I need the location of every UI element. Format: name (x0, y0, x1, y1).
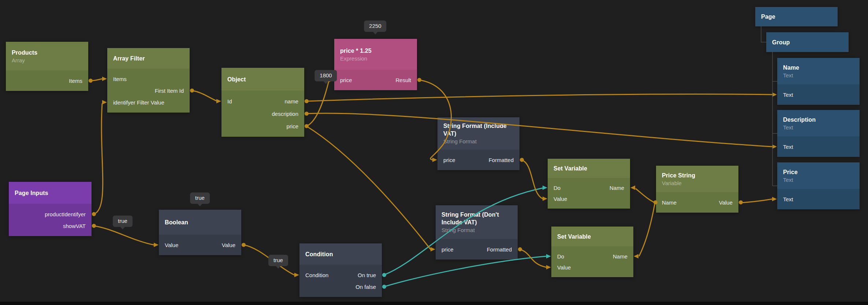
node-set-variable-2[interactable]: Set VariableDoNameValue (551, 227, 633, 277)
node-page-inputs[interactable]: Page InputsproductIdentifyershowVAT (9, 182, 92, 236)
port-input-identifyer-filter-value[interactable]: identifyer Filter Value (113, 99, 164, 106)
port-arrow-connector[interactable] (546, 265, 551, 269)
wire-string-format-include-formatted--set-variable-1-value[interactable] (522, 160, 543, 199)
port-arrow-connector[interactable] (154, 243, 159, 247)
port-arrow-connector[interactable] (431, 247, 435, 251)
port-dot-connector[interactable] (417, 78, 421, 82)
node-text-description[interactable]: DescriptionTextText (777, 110, 860, 157)
node-graph-canvas[interactable]: ProductsArrayItemsArray FilterItemsFirst… (0, 0, 868, 305)
port-output-name[interactable]: Name (613, 253, 627, 260)
port-input-text[interactable]: Text (783, 92, 793, 98)
wire-condition-on-false--set-variable-2-do[interactable] (384, 256, 546, 287)
port-input-text[interactable]: Text (783, 144, 793, 150)
port-arrow-connector[interactable] (294, 273, 299, 277)
port-arrow-connector[interactable] (543, 185, 547, 190)
port-input-do[interactable]: Do (557, 253, 564, 260)
port-arrow-connector[interactable] (772, 197, 777, 201)
port-input-value[interactable]: Value (165, 242, 178, 248)
port-input-price[interactable]: price (442, 246, 454, 253)
port-input-condition[interactable]: Condition (305, 272, 328, 278)
node-body: ConditionOn trueOn false (299, 265, 382, 297)
port-output-first-item-id[interactable]: First Item Id (155, 88, 184, 94)
port-output-on-true[interactable]: On true (358, 272, 376, 278)
port-dot-connector[interactable] (305, 124, 309, 128)
port-output-result[interactable]: Result (395, 77, 411, 83)
node-string-format-include-vat[interactable]: String Format (Include VAT)String Format… (437, 117, 519, 170)
port-input-name[interactable]: Name (662, 199, 677, 206)
port-row: On false (299, 281, 382, 293)
wire-page-inputs-productidentifyer--array-filter-filter-value[interactable] (94, 104, 103, 214)
port-input-price[interactable]: price (340, 77, 352, 83)
port-output-formatted[interactable]: Formatted (489, 157, 514, 163)
wire-object-description--text-description-text[interactable] (306, 113, 772, 147)
port-dot-connector[interactable] (305, 112, 309, 116)
port-arrow-connector[interactable] (102, 100, 107, 104)
port-dot-connector[interactable] (92, 224, 96, 228)
wire-price-string-name--set-variable-1-name[interactable] (636, 189, 655, 203)
port-arrow-connector[interactable] (543, 196, 547, 201)
node-boolean[interactable]: BooleanValueValue (159, 210, 241, 255)
port-arrow-connector[interactable] (634, 254, 638, 258)
port-output-value[interactable]: Value (222, 242, 235, 248)
node-products[interactable]: ProductsArrayItems (6, 42, 88, 91)
wire-price-string-name--set-variable-2-name[interactable] (639, 203, 655, 256)
port-input-value[interactable]: Value (557, 264, 571, 271)
port-input-id[interactable]: Id (227, 98, 232, 104)
port-input-text[interactable]: Text (783, 196, 793, 202)
node-set-variable-1[interactable]: Set VariableDoNameValue (548, 159, 630, 209)
port-dot-connector[interactable] (653, 201, 657, 205)
port-row: Text (777, 141, 860, 152)
node-price-string[interactable]: Price StringVariableNameValue (656, 166, 738, 213)
port-dot-connector[interactable] (92, 212, 96, 216)
node-text-name[interactable]: NameTextText (777, 58, 860, 105)
node-condition[interactable]: ConditionConditionOn trueOn false (299, 243, 382, 297)
port-output-items[interactable]: Items (69, 78, 82, 84)
port-arrow-connector[interactable] (772, 144, 777, 149)
node-array-filter[interactable]: Array FilterItemsFirst Item Ididentifyer… (107, 48, 190, 113)
wire-object-price--expression-price[interactable] (306, 80, 329, 126)
port-dot-connector[interactable] (190, 89, 194, 93)
port-output-formatted[interactable]: Formatted (487, 246, 512, 253)
port-dot-connector[interactable] (382, 285, 386, 289)
port-dot-connector[interactable] (305, 99, 309, 103)
node-title: Object (227, 76, 298, 83)
port-output-showvat[interactable]: showVAT (63, 223, 86, 229)
wire-string-format-dont-formatted--set-variable-2-value[interactable] (520, 249, 546, 267)
port-dot-connector[interactable] (518, 247, 522, 251)
port-arrow-connector[interactable] (216, 99, 221, 103)
port-output-value[interactable]: Value (719, 199, 733, 206)
port-arrow-connector[interactable] (102, 77, 107, 81)
port-arrow-connector[interactable] (630, 185, 635, 190)
node-expression[interactable]: price * 1.25ExpressionpriceResult (334, 39, 417, 90)
port-output-name[interactable]: name (284, 98, 298, 104)
port-arrow-connector[interactable] (432, 158, 437, 162)
port-arrow-connector[interactable] (546, 254, 551, 258)
port-output-name[interactable]: Name (610, 185, 624, 191)
node-string-format-dont-include-vat[interactable]: String Format (Don't Include VAT)String … (436, 205, 518, 260)
port-output-on-false[interactable]: On false (355, 284, 376, 290)
wire-object-price--string-format-dont-price[interactable] (306, 126, 431, 249)
port-dot-connector[interactable] (739, 201, 743, 205)
wire-array-filter-first-item-id--object-id[interactable] (192, 91, 216, 101)
port-input-items[interactable]: Items (113, 76, 127, 82)
port-output-price[interactable]: price (286, 123, 298, 129)
port-dot-connector[interactable] (382, 273, 386, 277)
node-group[interactable]: Group (766, 32, 849, 52)
port-dot-connector[interactable] (520, 158, 524, 162)
node-text-price[interactable]: PriceTextText (777, 162, 860, 209)
port-dot-connector[interactable] (242, 243, 246, 247)
node-object[interactable]: ObjectIdnamedescriptionprice (221, 68, 304, 137)
port-dot-connector[interactable] (89, 79, 93, 83)
port-output-description[interactable]: description (272, 111, 298, 117)
node-body: ItemsFirst Item Ididentifyer Filter Valu… (107, 69, 190, 113)
port-arrow-connector[interactable] (772, 92, 777, 97)
port-input-price[interactable]: price (443, 157, 455, 163)
port-row: First Item Id (107, 85, 190, 96)
wire-object-name--text-name-text[interactable] (306, 94, 772, 101)
port-input-do[interactable]: Do (554, 185, 560, 191)
wire-price-string-value--text-price-text[interactable] (741, 199, 772, 203)
node-page[interactable]: Page (755, 7, 838, 26)
node-header: price * 1.25Expression (334, 39, 417, 70)
port-input-value[interactable]: Value (554, 196, 567, 202)
port-output-productidentifyer[interactable]: productIdentifyer (45, 211, 86, 217)
